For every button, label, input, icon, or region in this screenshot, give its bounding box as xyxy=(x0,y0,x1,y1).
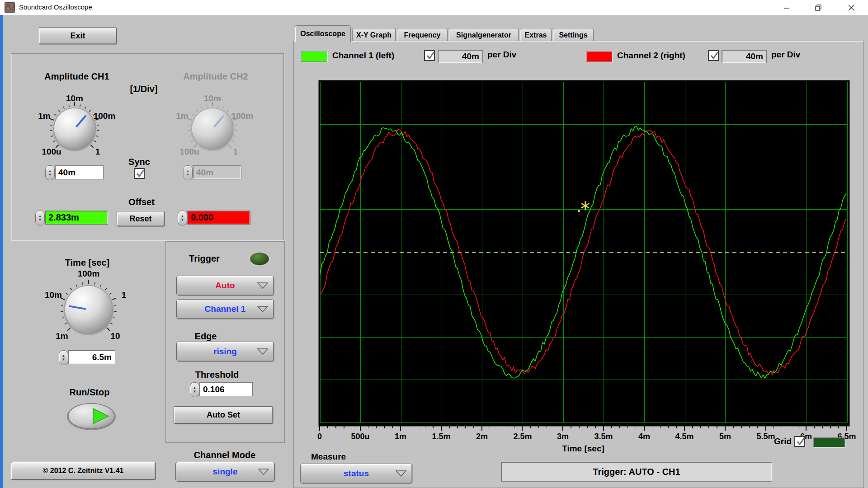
copyright-bar: © 2012 C. Zeitnitz V1.41 xyxy=(11,462,156,480)
minimize-button[interactable] xyxy=(773,0,801,15)
x-tick-label: 5m xyxy=(719,432,731,441)
x-tick-label: 2m xyxy=(476,432,488,441)
threshold-field[interactable]: 0.106 xyxy=(199,382,253,396)
knob-scale-label: 1 xyxy=(233,147,238,157)
grid-checkbox[interactable] xyxy=(794,436,805,447)
trigger-source-value: Channel 1 xyxy=(205,304,246,314)
time-value: 6.5m xyxy=(92,352,112,362)
amplitude-ch1-knob[interactable]: 100u 1m 10m 100m 1 xyxy=(29,95,120,163)
amplitude-ch1-title: Amplitude CH1 xyxy=(44,71,109,82)
edge-label: Edge xyxy=(195,331,217,342)
channel-mode-dropdown[interactable]: single xyxy=(175,462,275,482)
time-title: Time [sec] xyxy=(65,258,110,268)
reset-button[interactable]: Reset xyxy=(117,211,165,226)
app-icon xyxy=(5,2,15,13)
exit-button[interactable]: Exit xyxy=(39,27,117,44)
knob-scale-label: 100m xyxy=(231,111,254,121)
channel1-per-div-value: 40m xyxy=(462,52,479,61)
maximize-button[interactable] xyxy=(804,0,832,15)
run-stop-label: Run/Stop xyxy=(70,387,110,398)
close-button[interactable] xyxy=(837,0,865,15)
x-tick-label: 500u xyxy=(351,432,369,441)
spin-down-icon[interactable]: ▼ xyxy=(38,218,42,222)
tab-label: Signalgenerator xyxy=(456,31,511,39)
channel2-enable-checkbox[interactable] xyxy=(708,50,719,61)
channel2-per-div-field[interactable]: 40m xyxy=(722,50,767,63)
x-tick-label: 0 xyxy=(317,432,322,441)
knob-scale-label: 1m xyxy=(176,111,188,121)
sync-checkbox[interactable] xyxy=(134,168,145,179)
titlebar: Soundcard Oszilloscope xyxy=(0,0,868,15)
tab-label: Extras xyxy=(525,31,547,39)
offset-label: Offset xyxy=(128,197,155,207)
grid-color-swatch[interactable] xyxy=(813,437,845,447)
knob-scale-label: 10m xyxy=(204,94,221,103)
knob-scale-label: 1 xyxy=(122,290,127,300)
offset-ch1-field[interactable]: 2.833m xyxy=(45,211,108,225)
tab-label: Frequency xyxy=(404,31,441,39)
tab-frequency[interactable]: Frequency xyxy=(397,28,448,42)
knob-scale-label: 10m xyxy=(45,290,62,300)
spin-buttons: ▲ ▼ xyxy=(183,165,193,180)
tab-oscilloscope[interactable]: Oscilloscope xyxy=(295,25,351,42)
per-div-label: per Div xyxy=(771,50,800,60)
grid-label: Grid xyxy=(774,436,792,446)
tab-label: X-Y Graph xyxy=(356,31,392,39)
edge-value: rising xyxy=(213,347,237,357)
channel1-enable-checkbox[interactable] xyxy=(424,50,435,61)
knob-scale-label: 10 xyxy=(110,331,120,341)
status-bar-text: Trigger: AUTO - CH1 xyxy=(593,467,680,477)
tab-settings[interactable]: Settings xyxy=(553,28,594,42)
x-tick-label: 3m xyxy=(557,432,569,441)
dropdown-arrow-icon xyxy=(257,306,268,312)
trigger-mode-dropdown[interactable]: Auto xyxy=(176,276,274,296)
knob-scale-label: 10m xyxy=(66,94,83,103)
trigger-source-dropdown[interactable]: Channel 1 xyxy=(176,299,274,319)
amplitude-unit-label: [1/Div] xyxy=(130,84,157,94)
run-stop-button[interactable] xyxy=(66,402,117,433)
x-tick-label: 3.5m xyxy=(594,432,613,441)
tab-xy-graph[interactable]: X-Y Graph xyxy=(352,28,396,42)
channel2-label: Channel 2 (right) xyxy=(617,51,685,61)
auto-set-button[interactable]: Auto Set xyxy=(174,406,273,424)
check-icon xyxy=(135,168,146,178)
spin-down-icon[interactable]: ▼ xyxy=(48,173,52,177)
tab-signalgenerator[interactable]: Signalgenerator xyxy=(449,28,519,42)
reset-button-label: Reset xyxy=(129,214,151,224)
spin-buttons[interactable]: ▲ ▼ xyxy=(35,211,45,225)
tab-label: Oscilloscope xyxy=(300,30,345,38)
edge-dropdown[interactable]: rising xyxy=(176,342,274,361)
spin-down-icon[interactable]: ▼ xyxy=(62,358,66,361)
measure-dropdown[interactable]: status xyxy=(300,464,412,483)
scope-plot[interactable] xyxy=(318,80,850,427)
offset-ch2-field[interactable]: 0.000 xyxy=(187,211,250,225)
spin-buttons[interactable]: ▲ ▼ xyxy=(59,350,68,365)
channel2-swatch xyxy=(586,51,612,62)
spin-down-icon[interactable]: ▼ xyxy=(181,218,184,222)
x-tick-label: 4m xyxy=(638,432,650,441)
knob-scale-label: 100u xyxy=(179,147,199,157)
tab-extras[interactable]: Extras xyxy=(520,28,552,42)
auto-set-label: Auto Set xyxy=(207,410,240,420)
spin-buttons[interactable]: ▲ ▼ xyxy=(190,382,199,397)
amplitude-ch2-value-field: 40m xyxy=(193,165,241,179)
knob-scale-label: 1 xyxy=(95,147,100,157)
offset-ch2-value: 0.000 xyxy=(191,212,213,223)
per-div-label: per Div xyxy=(487,50,516,60)
amplitude-ch1-value-field[interactable]: 40m xyxy=(55,165,104,179)
time-value-field[interactable]: 6.5m xyxy=(68,350,115,364)
spin-buttons[interactable]: ▲ ▼ xyxy=(178,211,187,225)
x-axis-ticks xyxy=(318,425,850,432)
measure-value: status xyxy=(344,469,369,479)
time-knob[interactable]: 1m 10m 100m 1 10 xyxy=(39,270,138,349)
channel-mode-value: single xyxy=(213,467,238,477)
sync-label: Sync xyxy=(128,157,150,167)
dropdown-arrow-icon xyxy=(257,348,268,355)
spin-buttons[interactable]: ▲ ▼ xyxy=(45,165,55,180)
background-window-edge xyxy=(0,15,3,488)
restore-icon xyxy=(815,5,821,11)
channel1-swatch xyxy=(301,51,327,62)
channel1-per-div-field[interactable]: 40m xyxy=(438,50,483,63)
spin-down-icon[interactable]: ▼ xyxy=(193,390,197,394)
check-icon xyxy=(709,50,720,61)
